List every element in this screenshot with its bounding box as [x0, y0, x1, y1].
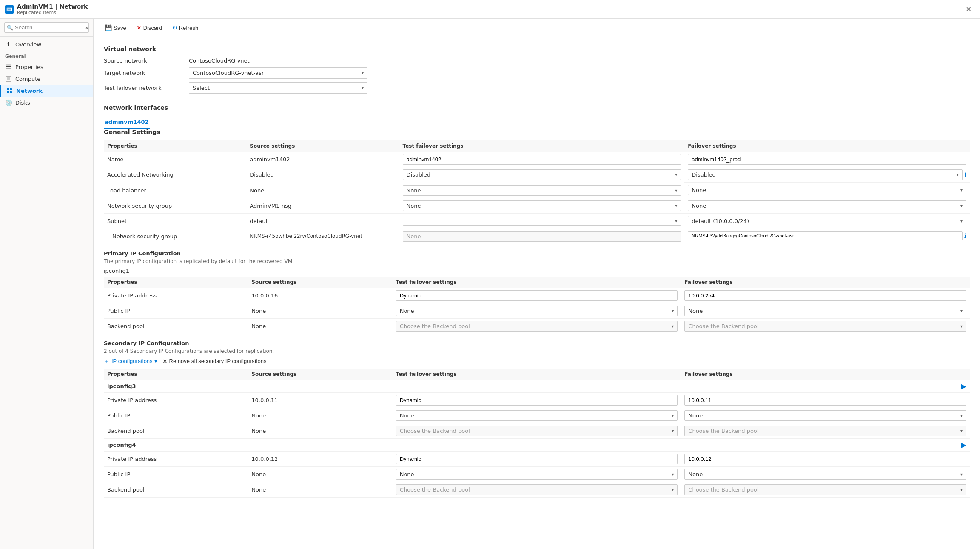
ipconfig3-public-ip-failover-select[interactable]: None ▾ — [684, 410, 966, 421]
ipconfig3-private-ip-label: Private IP address — [104, 392, 248, 408]
col-header-test: Test failover settings — [399, 140, 685, 152]
remove-secondary-configs-button[interactable]: ✕ Remove all secondary IP configurations — [162, 358, 267, 365]
add-ip-config-button[interactable]: ＋ IP configurations ▾ — [104, 357, 157, 365]
sidebar-item-label-disks: Disks — [15, 100, 30, 106]
ipconfig3-public-ip-test-select[interactable]: None ▾ — [396, 410, 678, 421]
test-failover-dropdown-value: Select — [193, 85, 210, 91]
ipconfig3-private-ip-test-input[interactable] — [396, 395, 678, 406]
nsg-test-select[interactable]: None ▾ — [403, 200, 681, 211]
ipconfig4-public-ip-test-select[interactable]: None ▾ — [396, 469, 678, 480]
nsg-sub-test-select[interactable]: None — [403, 231, 681, 242]
sidebar-item-disks[interactable]: 💿 Disks — [0, 97, 93, 109]
nsg-failover-select[interactable]: None ▾ — [688, 200, 966, 211]
secondary-ip-title: Secondary IP Configuration — [104, 340, 970, 346]
disks-icon: 💿 — [5, 99, 12, 106]
ipconfig3-private-ip-failover-input[interactable] — [684, 395, 966, 406]
primary-backend-pool-source: None — [248, 318, 392, 334]
ipconfig3-private-ip-failover-cell — [681, 392, 970, 408]
subnet-test-select[interactable]: ▾ — [403, 217, 681, 226]
ipconfig4-private-ip-failover-input[interactable] — [684, 454, 966, 464]
primary-private-ip-test-cell — [393, 288, 681, 303]
collapse-sidebar-button[interactable]: « — [85, 24, 89, 31]
ipconfig3-public-ip-row: Public IP None None ▾ None ▾ — [104, 408, 970, 423]
ipconfig3-backend-pool-test-cell: Choose the Backend pool ▾ — [393, 423, 681, 438]
test-failover-network-dropdown[interactable]: Select ▾ — [189, 82, 368, 94]
secondary-col-test: Test failover settings — [393, 369, 681, 380]
general-settings-title: General Settings — [104, 129, 970, 135]
general-settings-table: Properties Source settings Test failover… — [104, 140, 970, 244]
ipconfig3-backend-pool-failover-cell: Choose the Backend pool ▾ — [681, 423, 970, 438]
search-input[interactable] — [4, 22, 89, 33]
primary-private-ip-test-input[interactable] — [396, 290, 678, 301]
sidebar-item-label-compute: Compute — [15, 76, 40, 82]
primary-col-failover: Failover settings — [681, 277, 970, 288]
chevron-icon: ▾ — [672, 487, 674, 492]
load-balancer-label: Load balancer — [104, 183, 246, 198]
target-network-row: Target network ContosoCloudRG-vnet-asr ▾ — [104, 67, 970, 79]
primary-backend-pool-failover-select[interactable]: Choose the Backend pool ▾ — [684, 321, 966, 332]
ipconfig3-private-ip-test-cell — [393, 392, 681, 408]
chevron-icon: ▾ — [960, 324, 963, 329]
main-content-area: 💾 Save ✕ Discard ↻ Refresh Virtual netwo… — [94, 19, 980, 549]
col-header-source: Source settings — [246, 140, 399, 152]
chevron-icon: ▾ — [675, 188, 677, 193]
refresh-button[interactable]: ↻ Refresh — [168, 22, 203, 33]
discard-button[interactable]: ✕ Discard — [132, 22, 166, 33]
target-network-dropdown-value: ContosoCloudRG-vnet-asr — [193, 70, 264, 76]
nsg-info-icon[interactable]: ℹ — [964, 232, 966, 239]
sidebar-item-network[interactable]: Network — [0, 85, 93, 97]
general-name-failover-input[interactable] — [688, 154, 966, 165]
ipconfig3-backend-pool-test-select[interactable]: Choose the Backend pool ▾ — [396, 426, 678, 436]
ipconfig4-public-ip-row: Public IP None None ▾ None ▾ — [104, 466, 970, 482]
load-balancer-failover-select[interactable]: None ▾ — [688, 185, 966, 195]
primary-ip-table: Properties Source settings Test failover… — [104, 277, 970, 334]
accel-networking-failover-select[interactable]: Disabled ▾ — [688, 169, 962, 180]
page-title: AdminVM1 | Network — [17, 3, 88, 10]
ip-config-chevron-icon: ▾ — [154, 358, 157, 364]
chevron-icon: ▾ — [960, 219, 963, 223]
ellipsis-button[interactable]: ··· — [91, 5, 97, 13]
nsg-sub-failover-input[interactable] — [688, 231, 962, 240]
svg-rect-8 — [10, 91, 12, 93]
close-button[interactable]: ✕ — [963, 3, 975, 15]
primary-private-ip-failover-input[interactable] — [684, 290, 966, 301]
primary-col-test: Test failover settings — [393, 277, 681, 288]
ipconfig4-private-ip-label: Private IP address — [104, 451, 248, 466]
load-balancer-test-select[interactable]: None ▾ — [403, 185, 681, 196]
primary-backend-pool-test-select[interactable]: Choose the Backend pool ▾ — [396, 321, 678, 332]
ipconfig3-public-ip-source: None — [248, 408, 392, 423]
subnet-failover-select[interactable]: default (10.0.0.0/24) ▾ — [688, 216, 966, 226]
test-failover-chevron-icon: ▾ — [362, 86, 364, 90]
ipconfig4-backend-pool-failover-select[interactable]: Choose the Backend pool ▾ — [684, 484, 966, 495]
general-name-test-input[interactable] — [403, 154, 681, 165]
save-button[interactable]: 💾 Save — [100, 22, 131, 33]
ipconfig3-private-ip-source: 10.0.0.11 — [248, 392, 392, 408]
chevron-icon: ▾ — [957, 172, 959, 177]
ipconfig4-private-ip-test-input[interactable] — [396, 454, 678, 464]
source-network-row: Source network ContosoCloudRG-vnet — [104, 57, 970, 64]
ipconfig3-backend-pool-failover-select[interactable]: Choose the Backend pool ▾ — [684, 426, 966, 436]
secondary-col-source: Source settings — [248, 369, 392, 380]
source-network-value: ContosoCloudRG-vnet — [189, 57, 970, 64]
accel-networking-test-select[interactable]: Disabled ▾ — [403, 169, 681, 180]
network-interface-tab[interactable]: adminvm1402 — [104, 116, 150, 129]
target-network-dropdown[interactable]: ContosoCloudRG-vnet-asr ▾ — [189, 67, 368, 79]
save-icon: 💾 — [105, 24, 112, 31]
ipconfig4-public-ip-failover-select[interactable]: None ▾ — [684, 469, 966, 480]
sidebar-item-compute[interactable]: Compute — [0, 73, 93, 85]
accel-networking-failover-cell: Disabled ▾ ℹ — [684, 167, 970, 183]
ipconfig4-backend-pool-test-select[interactable]: Choose the Backend pool ▾ — [396, 484, 678, 495]
ipconfig3-private-ip-row: Private IP address 10.0.0.11 — [104, 392, 970, 408]
sidebar-item-properties[interactable]: ☰ Properties — [0, 61, 93, 73]
search-icon: 🔍 — [7, 25, 13, 31]
primary-ip-title: Primary IP Configuration — [104, 250, 970, 257]
primary-public-ip-failover-select[interactable]: None ▾ — [684, 306, 966, 316]
ipconfig4-backend-pool-label: Backend pool — [104, 482, 248, 497]
general-name-test-cell — [399, 152, 685, 167]
sidebar-item-overview[interactable]: ℹ Overview — [0, 38, 93, 50]
test-failover-network-label: Test failover network — [104, 85, 189, 91]
primary-public-ip-test-select[interactable]: None ▾ — [396, 306, 678, 316]
target-network-chevron-icon: ▾ — [362, 71, 364, 75]
primary-backend-pool-test-cell: Choose the Backend pool ▾ — [393, 318, 681, 334]
info-icon[interactable]: ℹ — [964, 172, 966, 178]
